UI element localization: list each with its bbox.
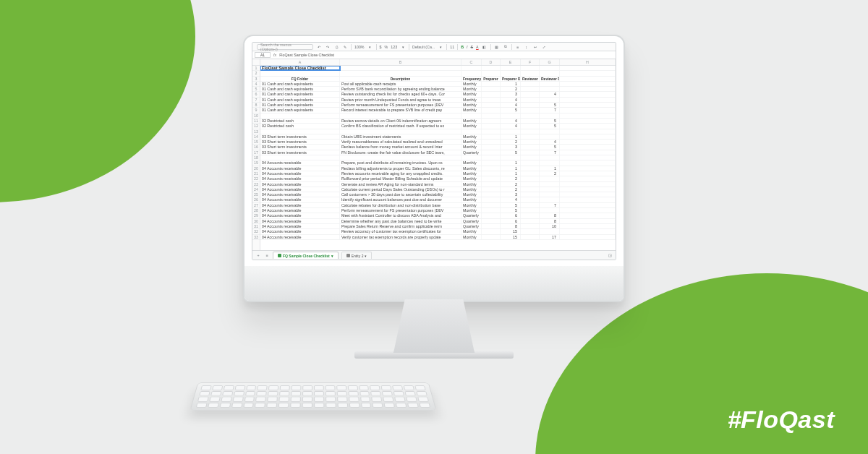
col-G[interactable]: G: [540, 59, 560, 65]
table-row[interactable]: 01 Cash and cash equivalentsPerform SVB …: [260, 87, 616, 92]
table-row[interactable]: 04 Accounts receivableDetermine whether …: [260, 219, 616, 224]
table-row[interactable]: 01 Cash and cash equivalentsReview prior…: [260, 98, 616, 103]
table-row[interactable]: [260, 129, 616, 134]
grid-body[interactable]: FloQast Sample Close ChecklistFQ FolderD…: [260, 66, 616, 250]
cell-A1[interactable]: FloQast Sample Close Checklist: [260, 66, 616, 71]
table-row[interactable]: 04 Accounts receivableRollforward prior …: [260, 176, 616, 181]
table-row[interactable]: 03 Short term investmentsReclass balance…: [260, 145, 616, 150]
valign-icon[interactable]: ↕: [524, 44, 529, 50]
separator: [376, 44, 377, 50]
tab-color-icon: [346, 254, 350, 257]
decor-swoosh-tl: [0, 0, 195, 202]
bold-button[interactable]: B: [461, 45, 464, 49]
chevron-down-icon[interactable]: ▾: [367, 44, 373, 50]
separator: [457, 44, 458, 50]
wrap-icon[interactable]: ↩: [532, 44, 538, 50]
table-row[interactable]: 01 Cash and cash equivalentsPost all app…: [260, 82, 616, 87]
sheet-tab-1-label: FQ Sample Close Checklist: [283, 254, 330, 258]
col-C[interactable]: C: [461, 59, 482, 65]
header-row[interactable]: FQ FolderDescriptionFrequencyPreparerPre…: [260, 77, 616, 82]
table-row[interactable]: 04 Accounts receivableReview accounts re…: [260, 171, 616, 176]
name-box[interactable]: A1: [255, 52, 271, 58]
imac-mockup: Search the menus (Option+/) ↶ ↷ ⎙ ✎ 100%…: [243, 35, 625, 359]
table-row[interactable]: 01 Cash and cash equivalentsReview outst…: [260, 92, 616, 97]
column-headers: A B C D E F G H: [260, 59, 616, 66]
tab-color-icon: [278, 254, 281, 257]
halign-icon[interactable]: ≡: [515, 44, 521, 50]
chevron-down-icon[interactable]: ▾: [365, 254, 367, 258]
table-row[interactable]: 04 Accounts receivableGenerate and revie…: [260, 182, 616, 187]
display-area: Search the menus (Option+/) ↶ ↷ ⎙ ✎ 100%…: [252, 42, 616, 260]
sheet-tab-2[interactable]: Entity 2 ▾: [341, 252, 373, 259]
table-row[interactable]: 02 Restricted cashConfirm BS classificat…: [260, 124, 616, 129]
menu-search-input[interactable]: Search the menus (Option+/): [257, 44, 313, 50]
row-numbers: 1234567891011121314151617181920212223242…: [252, 59, 260, 250]
chevron-down-icon[interactable]: ▾: [400, 44, 406, 50]
col-E[interactable]: E: [501, 59, 521, 65]
paint-format-icon[interactable]: ✎: [342, 44, 348, 50]
sheet-tab-1[interactable]: FQ Sample Close Checklist ▾: [273, 252, 339, 259]
add-sheet-button[interactable]: +: [255, 253, 261, 257]
fx-icon: fx: [273, 53, 276, 57]
font-size-input[interactable]: 11: [450, 45, 454, 49]
table-row[interactable]: 04 Accounts receivableMeet with Assistan…: [260, 213, 616, 218]
redo-icon[interactable]: ↷: [325, 44, 331, 50]
number-format-button[interactable]: 123: [391, 45, 397, 49]
separator: [351, 44, 352, 50]
separator: [490, 44, 491, 50]
col-H[interactable]: H: [560, 59, 616, 65]
table-row[interactable]: 02 Restricted cashReview escrow details …: [260, 119, 616, 124]
font-select[interactable]: Default (Ca...: [412, 45, 435, 49]
text-color-button[interactable]: A: [476, 45, 479, 49]
formula-bar: A1 fx FloQast Sample Close Checklist: [252, 51, 616, 59]
chevron-down-icon[interactable]: ▾: [331, 254, 333, 258]
fill-color-icon[interactable]: ◧: [482, 44, 488, 50]
table-row[interactable]: 04 Accounts receivableCalculate current …: [260, 187, 616, 192]
col-F[interactable]: F: [521, 59, 540, 65]
table-row[interactable]: 03 Short term investmentsFN Disclosure: …: [260, 150, 616, 155]
print-icon[interactable]: ⎙: [333, 44, 339, 50]
chevron-down-icon[interactable]: ▾: [438, 44, 443, 50]
col-A[interactable]: A: [260, 59, 340, 65]
formula-input[interactable]: FloQast Sample Close Checklist: [279, 53, 334, 57]
table-row[interactable]: 01 Cash and cash equivalentsPerform reme…: [260, 103, 616, 108]
imac-chin: [244, 266, 624, 301]
table-row[interactable]: 04 Accounts receivableReview accuracy of…: [260, 229, 616, 234]
italic-button[interactable]: I: [467, 45, 467, 49]
merge-icon[interactable]: ⧉: [503, 44, 509, 50]
col-D[interactable]: D: [482, 59, 501, 65]
strike-button[interactable]: S: [471, 45, 474, 49]
separator: [511, 44, 512, 50]
table-row[interactable]: [260, 155, 616, 160]
separator: [409, 44, 409, 50]
brand-logo: ##FloQastFloQast: [728, 406, 835, 434]
rotate-icon[interactable]: ⤢: [541, 44, 547, 50]
toolbar-row-1: Search the menus (Option+/) ↶ ↷ ⎙ ✎ 100%…: [252, 43, 616, 51]
table-row[interactable]: 04 Accounts receivableCalculate rebates …: [260, 203, 616, 208]
table-row[interactable]: 04 Accounts receivablePerform remeasurem…: [260, 208, 616, 213]
table-row[interactable]: 03 Short term investmentsObtain UBS inve…: [260, 134, 616, 140]
col-B[interactable]: B: [340, 59, 461, 65]
borders-icon[interactable]: ▦: [494, 44, 500, 50]
table-row[interactable]: 03 Short term investmentsVerify reasonab…: [260, 140, 616, 145]
keyboard: [190, 382, 436, 411]
currency-button[interactable]: $: [380, 45, 382, 49]
separator: [446, 44, 447, 50]
undo-icon[interactable]: ↶: [316, 44, 322, 50]
table-row[interactable]: 04 Accounts receivablePrepare, post and …: [260, 160, 616, 166]
table-row[interactable]: 04 Accounts receivableCall customers > 3…: [260, 192, 616, 197]
table-row[interactable]: 01 Cash and cash equivalentsRecord inter…: [260, 108, 616, 113]
spreadsheet-app: Search the menus (Option+/) ↶ ↷ ⎙ ✎ 100%…: [252, 43, 616, 260]
percent-button[interactable]: %: [385, 45, 388, 49]
all-sheets-button[interactable]: ≡: [264, 253, 270, 257]
table-row[interactable]: 04 Accounts receivableIdentify significa…: [260, 197, 616, 202]
imac-stand: [393, 299, 475, 353]
table-row[interactable]: 04 Accounts receivableVerify customer ta…: [260, 235, 616, 240]
table-row[interactable]: [260, 113, 616, 119]
table-row[interactable]: 04 Accounts receivableReclass billing ad…: [260, 166, 616, 171]
imac-screen: Search the menus (Option+/) ↶ ↷ ⎙ ✎ 100%…: [243, 35, 625, 302]
explore-icon[interactable]: ◲: [607, 252, 613, 258]
sheet-tab-bar: + ≡ FQ Sample Close Checklist ▾ Entity 2…: [252, 250, 616, 260]
zoom-select[interactable]: 100%: [354, 45, 365, 49]
table-row[interactable]: 04 Accounts receivablePrepare Sales Retu…: [260, 224, 616, 229]
